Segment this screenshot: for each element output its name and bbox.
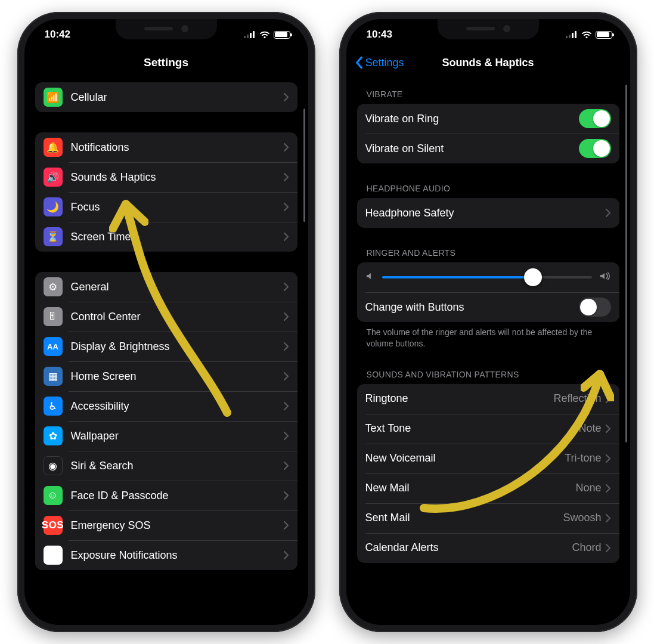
row-cellular[interactable]: 📶Cellular: [35, 82, 297, 112]
row-headphone-safety[interactable]: Headphone Safety: [357, 198, 619, 228]
row-vibrate-on-silent[interactable]: Vibrate on Silent: [357, 134, 619, 163]
row-label: Accessibility: [71, 400, 283, 413]
page-title: Settings: [144, 56, 188, 69]
chevron-right-icon: [283, 143, 289, 152]
row-value: Chord: [572, 541, 601, 554]
cell-signal-icon: [566, 31, 578, 38]
row-value: None: [575, 482, 601, 494]
status-time: 10:43: [367, 29, 392, 41]
row-label: Ringtone: [365, 392, 554, 405]
toggle-vibrate-on-ring[interactable]: [579, 109, 611, 128]
battery-icon: [596, 31, 612, 39]
chevron-right-icon: [605, 484, 611, 493]
page-title: Sounds & Haptics: [442, 57, 534, 69]
general-icon: ⚙︎: [44, 277, 63, 296]
row-accessibility[interactable]: ♿︎Accessibility: [35, 391, 297, 421]
row-change-with-buttons[interactable]: Change with Buttons: [357, 292, 619, 322]
toggle-change-with-buttons[interactable]: [579, 298, 611, 317]
row-label: Sent Mail: [365, 512, 563, 524]
wallpaper-icon: ✿: [44, 426, 63, 445]
row-home-screen[interactable]: ▦Home Screen: [35, 361, 297, 391]
scroll-indicator[interactable]: [303, 109, 305, 222]
row-general[interactable]: ⚙︎General: [35, 272, 297, 302]
chevron-right-icon: [283, 371, 289, 381]
row-label: Vibrate on Ring: [365, 113, 579, 125]
row-display-brightness[interactable]: AADisplay & Brightness: [35, 332, 297, 361]
notch: [116, 19, 217, 39]
row-new-mail[interactable]: New MailNone: [357, 473, 619, 503]
nav-bar: Settings: [24, 48, 308, 78]
volume-low-icon: [365, 271, 375, 283]
chevron-right-icon: [605, 424, 611, 434]
chevron-right-icon: [605, 543, 611, 553]
settings-list[interactable]: 📶Cellular🔔Notifications🔊Sounds & Haptics…: [24, 78, 308, 625]
wifi-icon: [259, 31, 270, 39]
row-value: Note: [578, 422, 601, 435]
row-calendar-alerts[interactable]: Calendar AlertsChord: [357, 533, 619, 563]
section-header-headphone: HEADPHONE AUDIO: [357, 184, 619, 198]
row-siri-search[interactable]: ◉Siri & Search: [35, 451, 297, 481]
row-label: Screen Time: [71, 231, 283, 243]
chevron-right-icon: [283, 92, 289, 102]
row-label: Text Tone: [365, 422, 579, 435]
row-sounds-haptics[interactable]: 🔊Sounds & Haptics: [35, 162, 297, 192]
row-label: Focus: [71, 201, 283, 213]
row-vibrate-on-ring[interactable]: Vibrate on Ring: [357, 104, 619, 134]
row-sent-mail[interactable]: Sent MailSwoosh: [357, 503, 619, 533]
battery-icon: [274, 31, 290, 39]
cellular-icon: 📶: [44, 88, 63, 107]
volume-slider[interactable]: [382, 276, 592, 278]
row-label: Face ID & Passcode: [71, 490, 283, 502]
row-control-center[interactable]: 🎚Control Center: [35, 302, 297, 332]
notch: [438, 19, 539, 39]
row-label: Exposure Notifications: [71, 549, 283, 562]
row-emergency-sos[interactable]: SOSEmergency SOS: [35, 510, 297, 540]
row-ringtone[interactable]: RingtoneReflection: [357, 384, 619, 414]
row-face-id[interactable]: ☺︎Face ID & Passcode: [35, 481, 297, 510]
row-wallpaper[interactable]: ✿Wallpaper: [35, 421, 297, 451]
row-label: Vibrate on Silent: [365, 143, 579, 155]
volume-high-icon: [599, 271, 611, 283]
sounds-haptics-content[interactable]: VIBRATE Vibrate on Ring Vibrate on Silen…: [346, 78, 630, 625]
nav-bar: Settings Sounds & Haptics: [346, 48, 630, 78]
home-screen-icon: ▦: [44, 367, 63, 386]
row-label: Calendar Alerts: [365, 541, 572, 554]
back-button[interactable]: Settings: [355, 48, 404, 78]
chevron-right-icon: [283, 202, 289, 212]
row-new-voicemail[interactable]: New VoicemailTri-tone: [357, 444, 619, 473]
section-header-patterns: SOUNDS AND VIBRATION PATTERNS: [357, 370, 619, 384]
row-text-tone[interactable]: Text ToneNote: [357, 414, 619, 444]
row-focus[interactable]: 🌙Focus: [35, 192, 297, 222]
row-label: Siri & Search: [71, 460, 283, 472]
chevron-right-icon: [283, 312, 289, 321]
chevron-right-icon: [605, 513, 611, 523]
screen-time-icon: ⏳: [44, 227, 63, 246]
chevron-right-icon: [283, 232, 289, 242]
row-label: Wallpaper: [71, 430, 283, 442]
chevron-right-icon: [283, 521, 289, 530]
chevron-right-icon: [283, 282, 289, 292]
chevron-right-icon: [605, 454, 611, 463]
scroll-indicator[interactable]: [625, 85, 627, 442]
exposure-icon: ⠿: [44, 546, 63, 565]
siri-search-icon: ◉: [44, 456, 63, 475]
back-label: Settings: [365, 57, 404, 69]
row-ringer-volume[interactable]: [357, 262, 619, 292]
chevron-right-icon: [283, 401, 289, 411]
row-label: Home Screen: [71, 370, 283, 383]
row-label: Display & Brightness: [71, 340, 283, 353]
accessibility-icon: ♿︎: [44, 397, 63, 416]
row-value: Reflection: [553, 392, 601, 405]
row-exposure[interactable]: ⠿Exposure Notifications: [35, 540, 297, 570]
row-label: Sounds & Haptics: [71, 171, 283, 184]
notifications-icon: 🔔: [44, 138, 63, 157]
emergency-sos-icon: SOS: [44, 516, 63, 535]
toggle-vibrate-on-silent[interactable]: [579, 139, 611, 158]
chevron-right-icon: [605, 394, 611, 404]
section-header-ringer: RINGER AND ALERTS: [357, 248, 619, 262]
focus-icon: 🌙: [44, 197, 63, 216]
row-label: General: [71, 281, 283, 293]
row-notifications[interactable]: 🔔Notifications: [35, 132, 297, 162]
row-screen-time[interactable]: ⏳Screen Time: [35, 222, 297, 252]
section-header-vibrate: VIBRATE: [357, 89, 619, 104]
